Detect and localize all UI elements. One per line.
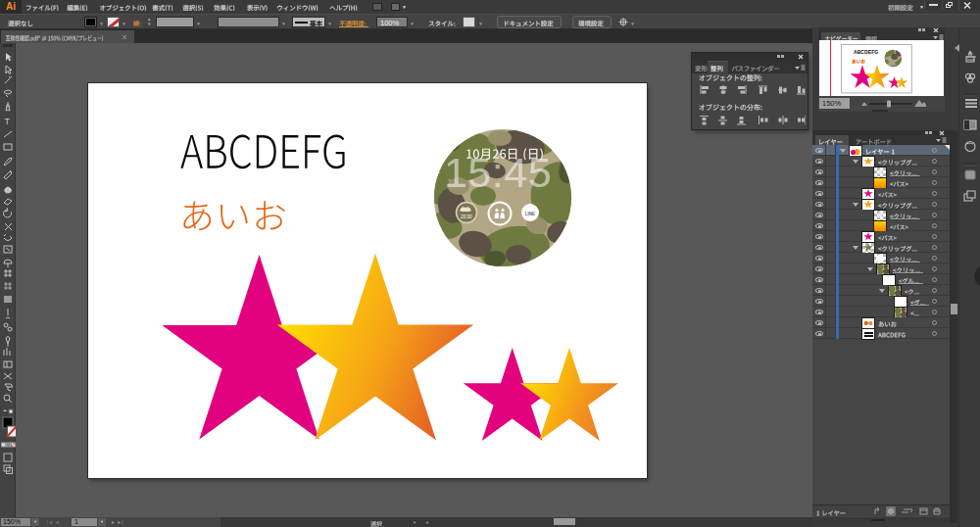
svg-text:LINE: LINE (525, 212, 535, 216)
svg-text:20:30: 20:30 (461, 215, 472, 219)
svg-text:T: T (5, 117, 11, 126)
